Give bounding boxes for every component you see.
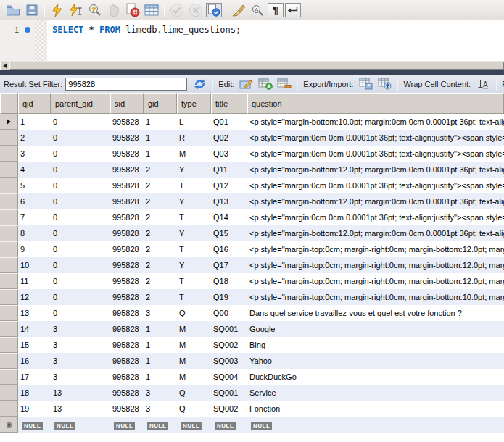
row-selector[interactable] <box>0 178 18 193</box>
cell-gid[interactable]: 2 <box>144 289 177 305</box>
row-selector[interactable] <box>0 241 18 257</box>
cell-gid[interactable]: 2 <box>144 209 177 225</box>
cell-title[interactable]: Q17 <box>211 257 247 273</box>
cell-gid[interactable]: 1 <box>144 146 177 162</box>
cell-sid[interactable]: 995828 <box>110 225 144 241</box>
beautify-icon[interactable] <box>230 2 247 18</box>
cell-type[interactable]: M <box>177 337 211 353</box>
cell-qid[interactable]: 15 <box>18 337 51 353</box>
import-records-icon[interactable] <box>376 78 392 91</box>
column-header-parent-qid[interactable]: parent_qid <box>51 93 110 114</box>
cell-parent_qid[interactable]: 0 <box>51 130 110 146</box>
cell-sid[interactable]: 995828 <box>110 146 144 162</box>
cell-qid[interactable]: 16 <box>18 353 51 369</box>
cell-question[interactable]: <p style="margin:0cm 0cm 0.0001pt 36pt; … <box>247 209 504 225</box>
cell-qid[interactable]: 1 <box>18 114 51 130</box>
refresh-icon[interactable] <box>191 78 207 91</box>
row-selector[interactable] <box>0 401 18 417</box>
cell-qid[interactable]: 11 <box>18 273 51 289</box>
panel-splitter[interactable] <box>0 70 504 75</box>
cell-title[interactable]: Q13 <box>211 193 247 209</box>
cell-sid[interactable]: 995828 <box>110 337 144 353</box>
cell-qid[interactable]: 19 <box>18 401 51 417</box>
cell-title[interactable]: Q16 <box>211 241 247 257</box>
sql-statement[interactable]: SELECT * FROM limedb.lime_questions; <box>52 25 241 35</box>
cell-qid[interactable]: 3 <box>18 146 51 162</box>
execute-current-icon[interactable] <box>67 2 85 18</box>
cell-parent_qid[interactable]: 0 <box>51 146 110 162</box>
cell-gid[interactable]: 1 <box>144 353 177 369</box>
cell-question[interactable]: <p style="margin-top:0cm; margin-right:0… <box>247 241 504 257</box>
cell-sid[interactable]: 995828 <box>110 273 144 289</box>
cell-sid[interactable]: 995828 <box>110 401 144 417</box>
cell-question[interactable]: <p style="margin-top:0cm; margin-right:0… <box>247 273 504 289</box>
cell-question[interactable]: <p style="margin-bottom:12.0pt; margin:0… <box>247 162 504 178</box>
column-header-sid[interactable]: sid <box>110 93 144 114</box>
select-all-corner[interactable] <box>0 93 18 114</box>
cell-qid[interactable]: 4 <box>18 162 51 178</box>
editor-horizontal-scrollbar[interactable] <box>0 61 504 70</box>
cell-qid[interactable]: 14 <box>18 321 51 337</box>
row-selector[interactable] <box>0 225 18 241</box>
cell-title[interactable]: SQ001 <box>211 321 247 337</box>
row-selector[interactable] <box>0 146 18 162</box>
cell-title[interactable]: SQ004 <box>211 369 247 385</box>
row-selector[interactable] <box>0 273 18 289</box>
cell-title[interactable]: Q00 <box>211 305 247 321</box>
cell-parent_qid[interactable]: 3 <box>51 321 110 337</box>
cell-question[interactable]: Fonction <box>247 401 280 417</box>
cell-question[interactable]: Dans quel service travaillez-vous et que… <box>247 305 462 321</box>
cell-qid[interactable]: 5 <box>18 178 51 193</box>
cell-gid[interactable]: 3 <box>144 385 177 401</box>
row-selector[interactable] <box>0 114 18 130</box>
cell-sid[interactable]: 995828 <box>110 241 144 257</box>
cell-type[interactable]: R <box>177 130 211 146</box>
cell-type[interactable]: T <box>177 178 211 193</box>
find-icon[interactable]: A <box>249 2 266 18</box>
cell-parent_qid[interactable]: 3 <box>51 337 110 353</box>
cell-parent_qid[interactable]: 0 <box>51 241 110 257</box>
row-selector[interactable] <box>0 305 18 321</box>
scrollbar-thumb[interactable] <box>9 62 504 70</box>
cell-parent_qid[interactable]: 0 <box>51 257 110 273</box>
cell-sid[interactable]: 995828 <box>110 193 144 209</box>
cell-gid[interactable]: 2 <box>144 257 177 273</box>
cell-qid[interactable]: 13 <box>18 305 51 321</box>
cell-title[interactable]: Q01 <box>211 114 247 130</box>
cell-title[interactable]: SQ002 <box>211 337 247 353</box>
cell-question[interactable]: DuckDuckGo <box>247 369 297 385</box>
wrap-cell-content-icon[interactable]: A <box>475 78 491 91</box>
cell-type[interactable]: Y <box>177 257 211 273</box>
cell-title[interactable]: Q19 <box>211 289 247 305</box>
column-header-title[interactable]: title <box>211 93 247 114</box>
sql-editor[interactable]: 1 SELECT * FROM limedb.lime_questions; <box>0 20 504 61</box>
column-header-gid[interactable]: gid <box>144 93 177 114</box>
column-header-question[interactable]: question <box>247 93 504 114</box>
cell-sid[interactable]: 995828 <box>110 289 144 305</box>
cell-parent_qid[interactable]: 0 <box>51 273 110 289</box>
cell-qid-null[interactable]: NULL <box>18 417 51 433</box>
column-header-type[interactable]: type <box>177 93 211 114</box>
scroll-left-button[interactable] <box>0 62 9 70</box>
cell-parent_qid[interactable]: 3 <box>51 369 110 385</box>
open-file-icon[interactable] <box>4 2 22 18</box>
cell-question[interactable]: <p style="margin-top:0cm; margin-right:0… <box>247 257 504 273</box>
explain-icon[interactable] <box>86 2 104 18</box>
row-selector[interactable] <box>0 193 18 209</box>
row-selector[interactable] <box>0 369 18 385</box>
cell-question[interactable]: <p style="margin-bottom:10.0pt; margin:0… <box>247 114 504 130</box>
cell-type[interactable]: T <box>177 209 211 225</box>
cell-gid[interactable]: 3 <box>144 305 177 321</box>
cell-type[interactable]: Q <box>177 401 211 417</box>
cell-type[interactable]: Y <box>177 162 211 178</box>
cell-type[interactable]: T <box>177 241 211 257</box>
cell-question[interactable]: <p style="margin:0cm 0cm 0.0001pt 36pt; … <box>247 130 504 146</box>
cell-parent_qid[interactable]: 0 <box>51 225 110 241</box>
cell-type[interactable]: M <box>177 321 211 337</box>
cell-question-null[interactable]: NULL <box>247 417 272 433</box>
cell-type[interactable]: M <box>177 369 211 385</box>
cell-qid[interactable]: 17 <box>18 369 51 385</box>
cell-title[interactable]: Q14 <box>211 209 247 225</box>
cell-sid[interactable]: 995828 <box>110 353 144 369</box>
cell-qid[interactable]: 2 <box>18 130 51 146</box>
